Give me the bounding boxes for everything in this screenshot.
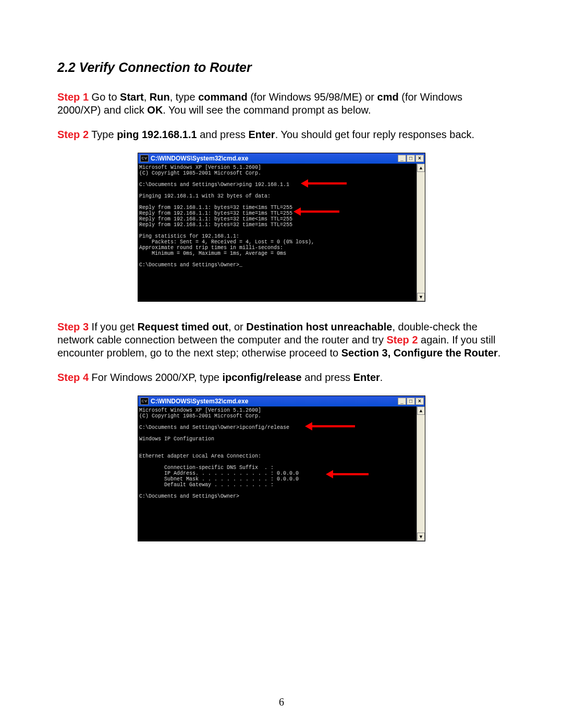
scroll-down-icon[interactable]: ▼ — [417, 533, 425, 541]
window-title-bar: cv C:\WINDOWS\System32\cmd.exe _ □ × — [138, 153, 425, 164]
step-2-xref: Step 2 — [387, 334, 418, 346]
terminal-output-1: Microsoft Windows XP [Version 5.1.2600] … — [138, 164, 417, 301]
maximize-button[interactable]: □ — [407, 398, 415, 405]
step-3-paragraph: Step 3 If you get Request timed out, or … — [57, 320, 506, 360]
step-2-paragraph: Step 2 Type ping 192.168.1.1 and press E… — [57, 128, 506, 141]
window-title-text: C:\WINDOWS\System32\cmd.exe — [151, 155, 398, 162]
step-2-label: Step 2 — [57, 129, 89, 140]
text: . — [380, 372, 383, 383]
text: (for Windows 95/98/ME) or — [248, 91, 377, 103]
window-title-bar: cv C:\WINDOWS\System32\cmd.exe _ □ × — [138, 396, 425, 406]
step-4-label: Step 4 — [57, 372, 89, 383]
step-4-paragraph: Step 4 For Windows 2000/XP, type ipconfi… — [57, 371, 506, 384]
bold-ok: OK — [147, 104, 163, 116]
close-button[interactable]: × — [415, 398, 424, 405]
bold-section-3: Section 3, Configure the Router — [341, 347, 498, 359]
terminal-output-2: Microsoft Windows XP [Version 5.1.2600] … — [138, 406, 417, 541]
bold-ipconfig-release: ipconfig/release — [222, 372, 301, 383]
vertical-scrollbar[interactable]: ▲ ▼ — [417, 406, 425, 541]
scroll-up-icon[interactable]: ▲ — [417, 164, 425, 172]
bold-start: Start — [120, 91, 144, 103]
document-page: 2.2 Verify Connection to Router Step 1 G… — [0, 0, 563, 728]
maximize-button[interactable]: □ — [407, 155, 415, 162]
bold-dest-unreachable: Destination host unreachable — [246, 321, 392, 332]
text: , or — [228, 321, 246, 332]
cmd-app-icon: cv — [140, 398, 149, 405]
red-arrow-icon — [300, 211, 339, 213]
close-button[interactable]: × — [415, 155, 424, 162]
text: . You will see the command prompt as bel… — [163, 104, 371, 116]
cmd-window-figure-2: cv C:\WINDOWS\System32\cmd.exe _ □ × Mic… — [138, 396, 425, 541]
bold-enter: Enter — [353, 372, 380, 383]
text: For Windows 2000/XP, type — [89, 372, 222, 383]
text: , — [144, 91, 150, 103]
window-title-text: C:\WINDOWS\System32\cmd.exe — [151, 398, 398, 405]
cmd-app-icon: cv — [140, 155, 149, 162]
red-arrow-icon — [332, 473, 369, 475]
vertical-scrollbar[interactable]: ▲ ▼ — [417, 164, 425, 301]
scroll-up-icon[interactable]: ▲ — [417, 406, 425, 415]
text: If you get — [89, 321, 137, 332]
minimize-button[interactable]: _ — [398, 155, 406, 162]
bold-enter: Enter — [249, 129, 275, 140]
red-arrow-icon — [311, 425, 355, 427]
minimize-button[interactable]: _ — [398, 398, 406, 405]
bold-command: command — [198, 91, 247, 103]
terminal-body-wrap: Microsoft Windows XP [Version 5.1.2600] … — [138, 406, 425, 541]
step-3-label: Step 3 — [57, 321, 89, 332]
page-number: 6 — [0, 696, 563, 708]
step-1-label: Step 1 — [57, 91, 89, 103]
cmd-window-figure-1: cv C:\WINDOWS\System32\cmd.exe _ □ × Mic… — [138, 153, 425, 302]
text: Type — [89, 129, 117, 140]
bold-request-timed-out: Request timed out — [137, 321, 228, 332]
text: . You should get four reply responses ba… — [275, 129, 474, 140]
step-1-paragraph: Step 1 Go to Start, Run, type command (f… — [57, 91, 506, 117]
text: , type — [170, 91, 198, 103]
window-control-buttons: _ □ × — [398, 398, 424, 405]
text: . — [498, 347, 501, 359]
bold-cmd: cmd — [377, 91, 399, 103]
scroll-down-icon[interactable]: ▼ — [417, 293, 425, 301]
red-arrow-icon — [307, 182, 347, 184]
window-control-buttons: _ □ × — [398, 155, 424, 162]
text: Go to — [89, 91, 120, 103]
bold-ping-cmd: ping 192.168.1.1 — [117, 129, 197, 140]
text: and press — [197, 129, 249, 140]
section-heading: 2.2 Verify Connection to Router — [57, 60, 506, 75]
text: and press — [302, 372, 353, 383]
terminal-body-wrap: Microsoft Windows XP [Version 5.1.2600] … — [138, 164, 425, 301]
bold-run: Run — [150, 91, 170, 103]
